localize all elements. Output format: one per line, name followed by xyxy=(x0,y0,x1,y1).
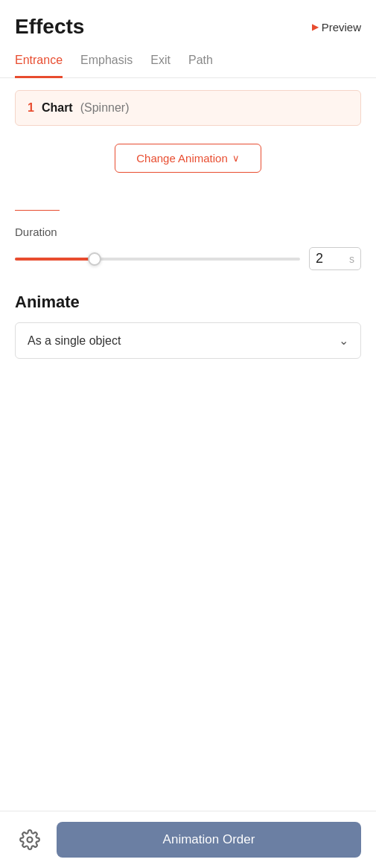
bottom-bar: Animation Order xyxy=(0,811,376,868)
change-animation-label: Change Animation xyxy=(136,152,228,165)
slider-track xyxy=(15,258,300,261)
chevron-down-icon: ⌄ xyxy=(339,334,348,348)
animation-order-label: Animation Order xyxy=(163,832,255,846)
change-animation-button[interactable]: Change Animation ∨ xyxy=(115,144,261,173)
preview-button[interactable]: ▶ Preview xyxy=(312,21,361,33)
spacer xyxy=(0,368,376,811)
duration-label: Duration xyxy=(15,226,361,238)
duration-value: 2 xyxy=(316,251,323,267)
tab-exit[interactable]: Exit xyxy=(150,46,171,78)
animation-item: 1 Chart (Spinner) xyxy=(15,90,361,126)
tab-emphasis[interactable]: Emphasis xyxy=(80,46,133,78)
duration-input[interactable]: 2 s xyxy=(309,247,361,270)
tab-path[interactable]: Path xyxy=(188,46,213,78)
animate-dropdown[interactable]: As a single object ⌄ xyxy=(15,322,361,359)
animation-number: 1 xyxy=(28,101,34,115)
svg-point-0 xyxy=(28,837,33,843)
slider-fill xyxy=(15,258,95,261)
duration-slider[interactable] xyxy=(15,252,300,267)
slider-thumb xyxy=(88,252,101,266)
change-animation-wrapper: Change Animation ∨ xyxy=(0,141,376,188)
page-title: Effects xyxy=(15,15,84,39)
animate-label: Animate xyxy=(15,293,361,312)
tab-entrance[interactable]: Entrance xyxy=(15,46,63,78)
animate-selected-option: As a single object xyxy=(28,334,121,348)
tabs-bar: Entrance Emphasis Exit Path xyxy=(0,46,376,78)
gear-icon xyxy=(19,829,40,850)
animation-name: Chart xyxy=(42,101,73,115)
animate-section: Animate As a single object ⌄ xyxy=(0,278,376,368)
preview-label: Preview xyxy=(322,21,361,33)
animation-order-button[interactable]: Animation Order xyxy=(57,822,361,858)
settings-button[interactable] xyxy=(15,825,45,855)
duration-unit: s xyxy=(349,253,354,265)
chevron-down-icon: ∨ xyxy=(232,153,240,164)
animation-type: (Spinner) xyxy=(80,101,130,115)
duration-row: 2 s xyxy=(15,247,361,270)
play-icon: ▶ xyxy=(312,22,319,32)
effects-panel: Effects ▶ Preview Entrance Emphasis Exit… xyxy=(0,0,376,868)
header: Effects ▶ Preview xyxy=(0,0,376,46)
duration-section: Duration 2 s xyxy=(0,211,376,278)
